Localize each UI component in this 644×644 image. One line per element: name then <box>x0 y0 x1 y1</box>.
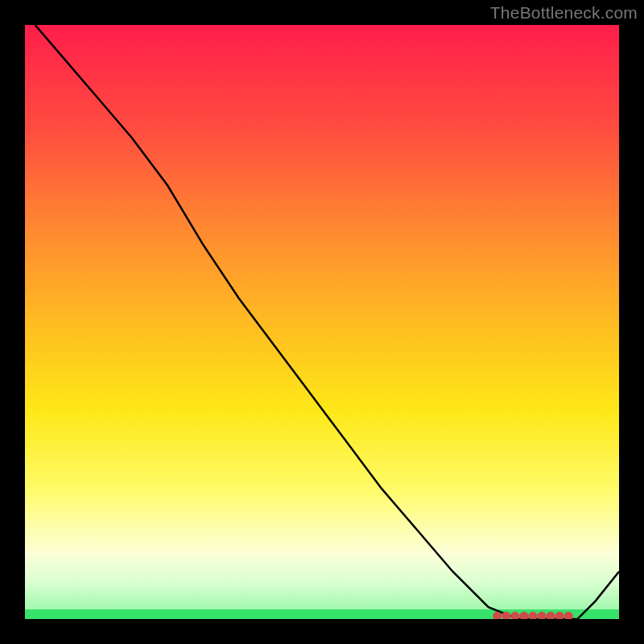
axis-mask-left <box>0 0 25 644</box>
bottleneck-curve-svg <box>25 25 619 619</box>
axis-mask-bottom <box>0 619 644 644</box>
watermark-text: TheBottleneck.com <box>490 3 638 23</box>
bottleneck-curve-line <box>25 13 619 619</box>
chart-plot-area <box>25 25 619 619</box>
